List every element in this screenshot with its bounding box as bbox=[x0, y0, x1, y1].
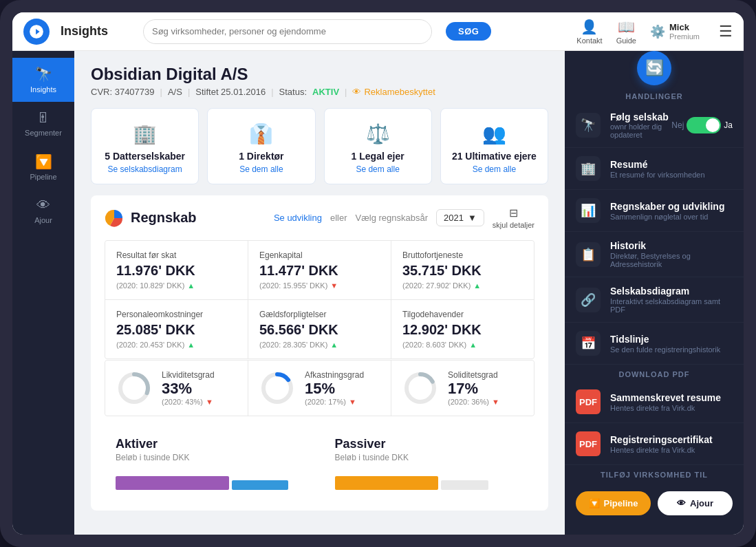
ratio-cell-1: Afkastningsgrad 15% (2020: 17%) ▼ bbox=[248, 361, 391, 416]
ratio-value-2: 17% bbox=[448, 380, 499, 398]
stat-card-3-title: 21 Ultimative ejere bbox=[452, 151, 537, 162]
kontakt-nav-item[interactable]: 👤 Kontakt bbox=[576, 19, 602, 45]
guide-nav-item[interactable]: 📖 Guide bbox=[616, 19, 636, 45]
user-info: Mick Premium bbox=[669, 22, 700, 41]
ajour-button[interactable]: 👁 Ajour bbox=[658, 491, 733, 515]
ratio-label-0: Likviditetsgrad bbox=[162, 370, 215, 380]
fin-prev-4: (2020: 28.305' DKK) ▲ bbox=[259, 341, 380, 349]
ratio-prev-2: (2020: 36%) ▼ bbox=[448, 398, 499, 406]
stat-card-0-title: 5 Datterselskaber bbox=[105, 151, 185, 162]
panel-item-resume[interactable]: 🏢 Resumé Et resumé for virksomheden bbox=[565, 148, 744, 190]
right-panel: 🔄 HANDLINGER 🔭 Følg selskab ownr holder … bbox=[565, 51, 744, 535]
resume-title: Resumé bbox=[610, 159, 705, 170]
historik-title: Historik bbox=[610, 240, 733, 251]
panel-item-selskabsdiagram[interactable]: 🔗 Selskabsdiagram Interaktivt selskabsdi… bbox=[565, 277, 744, 323]
company-cvr: CVR: 37407739 bbox=[91, 87, 155, 97]
passiver-title: Passiver bbox=[335, 437, 524, 451]
fin-cell-2: Bruttofortjeneste 35.715' DKK (2020: 27.… bbox=[391, 241, 534, 299]
chart-bar-icon: 📊 bbox=[576, 198, 601, 223]
fin-prev-0: (2020: 10.829' DKK) ▲ bbox=[116, 281, 237, 290]
toggle-switch[interactable] bbox=[687, 117, 721, 133]
trend-up-icon-5: ▲ bbox=[469, 341, 477, 349]
sidebar-item-pipeline[interactable]: 🔽 Pipeline bbox=[12, 145, 74, 189]
pdf-text-sammenskrevet: Sammenskrevet resume Hentes direkte fra … bbox=[610, 392, 721, 412]
pdf-item-sammenskrevet[interactable]: PDF Sammenskrevet resume Hentes direkte … bbox=[565, 381, 744, 423]
fin-prev-1: (2020: 15.955' DKK) ▼ bbox=[259, 281, 380, 290]
binoculars-icon: 🔭 bbox=[35, 66, 52, 83]
org-chart-icon: 👥 bbox=[482, 122, 506, 145]
sidebar-ajour-label: Ajour bbox=[34, 216, 52, 224]
trend-down-icon-r1: ▼ bbox=[349, 398, 356, 406]
company-header: Obsidian Digital A/S CVR: 37407739 | A/S… bbox=[91, 65, 548, 97]
regnskab-section: Regnskab Se udvikling eller Vælg regnska… bbox=[91, 195, 548, 511]
panel-item-tidslinje[interactable]: 📅 Tidslinje Se den fulde registreringshi… bbox=[565, 323, 744, 365]
gear-icon: ⚙️ bbox=[650, 24, 665, 39]
sidebar-item-ajour[interactable]: 👁 Ajour bbox=[12, 189, 74, 233]
stat-card-0-link[interactable]: Se selskabsdiagram bbox=[108, 164, 182, 174]
logo[interactable] bbox=[23, 19, 50, 45]
hide-details-label: skjul detaljer bbox=[493, 221, 534, 229]
reklame-badge[interactable]: 👁 Reklamebeskyttet bbox=[352, 87, 435, 97]
trend-up-icon-3: ▲ bbox=[187, 341, 195, 349]
ratio-cell-2: Soliditetsgrad 17% (2020: 36%) ▼ bbox=[391, 361, 534, 416]
hamburger-icon[interactable]: ☰ bbox=[719, 23, 733, 41]
selskabsdiagram-title: Selskabsdiagram bbox=[610, 286, 733, 297]
stat-card-1-link[interactable]: Se dem alle bbox=[239, 164, 283, 174]
refresh-button[interactable]: 🔄 bbox=[637, 51, 671, 85]
regnskaber-sub: Sammenlign nøgletal over tid bbox=[610, 213, 724, 221]
panel-item-regnskaber[interactable]: 📊 Regnskaber og udvikling Sammenlign nøg… bbox=[565, 190, 744, 232]
pipeline-button[interactable]: 🔽 Pipeline bbox=[576, 491, 651, 515]
ratio-label-2: Soliditetsgrad bbox=[448, 370, 499, 380]
user-settings[interactable]: ⚙️ Mick Premium bbox=[650, 22, 700, 41]
fin-cell-0: Resultat før skat 11.976' DKK (2020: 10.… bbox=[105, 241, 248, 299]
see-development-link[interactable]: Se udvikling bbox=[274, 213, 322, 223]
history-icon: 📋 bbox=[576, 242, 601, 267]
toggle-no-label: Nej bbox=[671, 120, 684, 130]
sammenskrevet-sub: Hentes direkte fra Virk.dk bbox=[610, 404, 721, 412]
user-name: Mick bbox=[669, 22, 700, 32]
fin-cell-1: Egenkapital 11.477' DKK (2020: 15.955' D… bbox=[248, 241, 391, 299]
sidebar-item-segmenter[interactable]: 🎚 Segmenter bbox=[12, 102, 74, 145]
eye-sync-icon: 👁 bbox=[36, 197, 50, 213]
eye-btn-icon: 👁 bbox=[677, 498, 686, 508]
search-bar[interactable] bbox=[143, 19, 432, 44]
panel-item-historik[interactable]: 📋 Historik Direktør, Bestyrelses og Adre… bbox=[565, 232, 744, 277]
passiver-card: Passiver Beløb i tusinde DKK bbox=[324, 427, 535, 500]
stat-card-ultimative-ejere[interactable]: 👥 21 Ultimative ejere Se dem alle bbox=[440, 108, 548, 184]
sidebar-item-insights[interactable]: 🔭 Insights bbox=[12, 58, 74, 102]
search-button[interactable]: SØG bbox=[446, 22, 491, 41]
filter-icon: 🔽 bbox=[35, 153, 52, 170]
fin-cell-5: Tilgodehavender 12.902' DKK (2020: 8.603… bbox=[391, 300, 534, 358]
panel-item-text-historik: Historik Direktør, Bestyrelses og Adress… bbox=[610, 240, 733, 268]
registreringscertifikat-sub: Hentes direkte fra Virk.dk bbox=[610, 446, 713, 454]
pdf-text-registreringscertifikat: Registreringscertifikat Hentes direkte f… bbox=[610, 434, 713, 454]
follow-toggle[interactable]: Nej Ja bbox=[671, 117, 733, 133]
stat-card-3-link[interactable]: Se dem alle bbox=[473, 164, 516, 174]
filter-btn-icon: 🔽 bbox=[589, 498, 600, 508]
stat-card-datterselskaber[interactable]: 🏢 5 Datterselskaber Se selskabsdiagram bbox=[91, 108, 199, 184]
table-icon: ⊟ bbox=[509, 206, 518, 219]
fin-value-0: 11.976' DKK bbox=[116, 263, 237, 279]
stat-card-direktor[interactable]: 👔 1 Direktør Se dem alle bbox=[207, 108, 315, 184]
ratio-value-1: 15% bbox=[305, 380, 364, 398]
panel-item-text-selskabsdiagram: Selskabsdiagram Interaktivt selskabsdiag… bbox=[610, 286, 733, 314]
reklame-label: Reklamebeskyttet bbox=[364, 87, 435, 97]
trend-down-icon-r0: ▼ bbox=[206, 398, 213, 406]
fin-label-1: Egenkapital bbox=[259, 250, 380, 260]
year-select[interactable]: 2021 ▼ bbox=[436, 209, 484, 226]
toggle-yes-label: Ja bbox=[724, 120, 733, 130]
stat-card-2-link[interactable]: Se dem alle bbox=[356, 164, 399, 174]
stat-card-legal-ejer[interactable]: ⚖️ 1 Legal ejer Se dem alle bbox=[324, 108, 432, 184]
person-tie-icon: 👔 bbox=[249, 122, 273, 145]
tilfoej-label: TILFØJ VIRKSOMHED TIL bbox=[565, 471, 744, 479]
search-input[interactable] bbox=[152, 26, 423, 36]
stat-cards: 🏢 5 Datterselskaber Se selskabsdiagram 👔… bbox=[91, 108, 548, 184]
follow-left: 🔭 Følg selskab ownr holder dig opdateret bbox=[576, 111, 671, 139]
kontakt-label: Kontakt bbox=[576, 36, 602, 45]
content-area: Obsidian Digital A/S CVR: 37407739 | A/S… bbox=[74, 51, 565, 535]
fin-label-5: Tilgodehavender bbox=[402, 310, 523, 319]
sammenskrevet-title: Sammenskrevet resume bbox=[610, 392, 721, 403]
fin-prev-3: (2020: 20.453' DKK) ▲ bbox=[116, 341, 237, 349]
pdf-item-registreringscertifikat[interactable]: PDF Registreringscertifikat Hentes direk… bbox=[565, 423, 744, 465]
hide-details-btn[interactable]: ⊟ skjul detaljer bbox=[493, 206, 534, 229]
